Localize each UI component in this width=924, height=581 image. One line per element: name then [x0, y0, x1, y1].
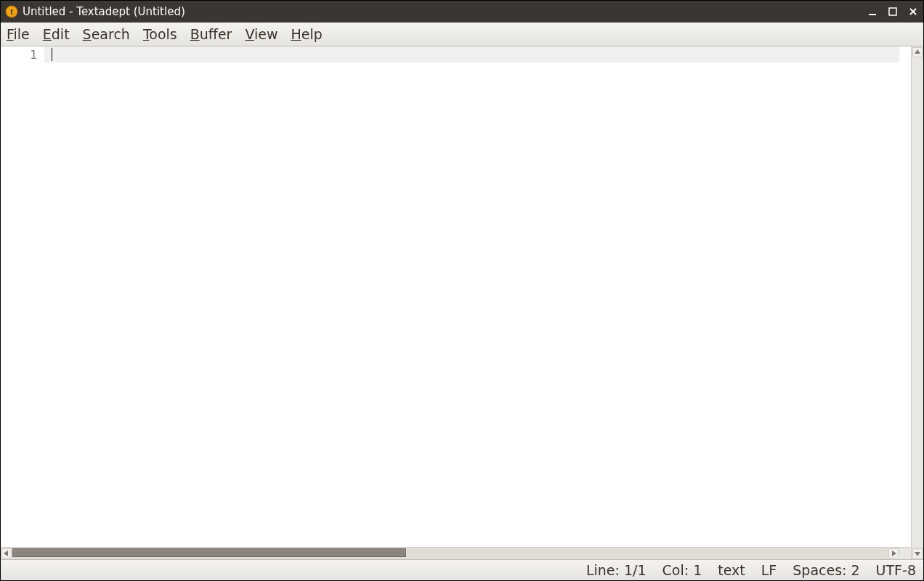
hscroll-thumb[interactable] — [12, 548, 406, 557]
window-title: Untitled - Textadept (Untitled) — [23, 5, 185, 18]
menu-tools[interactable]: Tools — [143, 26, 177, 42]
svg-text:t: t — [10, 7, 13, 16]
vscroll-track[interactable] — [912, 58, 923, 548]
menu-view[interactable]: View — [245, 26, 277, 42]
hscroll-left-arrow[interactable] — [1, 548, 12, 558]
scroll-corner — [899, 548, 911, 559]
menubar: File Edit Search Tools Buffer View Help — [1, 23, 923, 46]
status-encoding[interactable]: UTF-8 — [876, 562, 916, 578]
horizontal-scrollbar[interactable] — [1, 547, 911, 559]
close-button[interactable] — [907, 6, 919, 17]
hscroll-right-arrow[interactable] — [888, 548, 899, 558]
text-caret — [52, 48, 52, 61]
hscroll-track[interactable] — [12, 548, 888, 559]
code-text-area[interactable] — [44, 46, 911, 547]
vscroll-up-arrow[interactable] — [912, 47, 923, 57]
status-indent[interactable]: Spaces: 2 — [793, 562, 859, 578]
line-number-gutter: 1 — [1, 46, 44, 547]
svg-marker-9 — [915, 552, 920, 556]
svg-marker-7 — [892, 550, 896, 556]
statusbar: Line: 1/1 Col: 1 text LF Spaces: 2 UTF-8 — [1, 559, 923, 580]
status-line-col[interactable]: Line: 1/1 — [586, 562, 647, 578]
svg-rect-3 — [889, 8, 896, 15]
line-number: 1 — [1, 48, 37, 62]
menu-buffer[interactable]: Buffer — [190, 26, 232, 42]
editor-column: 1 — [1, 46, 911, 559]
menu-search[interactable]: Search — [83, 26, 130, 42]
menu-edit[interactable]: Edit — [43, 26, 70, 42]
vertical-scrollbar[interactable] — [911, 46, 923, 559]
svg-marker-8 — [915, 49, 920, 54]
maximize-button[interactable] — [887, 6, 899, 17]
menu-file[interactable]: File — [7, 26, 30, 42]
editor-viewport[interactable]: 1 — [1, 46, 911, 547]
app-icon: t — [5, 5, 18, 18]
titlebar[interactable]: t Untitled - Textadept (Untitled) — [1, 1, 923, 23]
vscroll-down-arrow[interactable] — [912, 548, 923, 558]
status-lexer[interactable]: text — [718, 562, 745, 578]
status-col[interactable]: Col: 1 — [662, 562, 702, 578]
window-controls — [867, 6, 919, 17]
svg-rect-2 — [869, 14, 876, 15]
editor-area: 1 — [1, 46, 923, 559]
app-window: t Untitled - Textadept (Untitled) File E… — [0, 0, 924, 581]
minimize-button[interactable] — [867, 6, 878, 17]
status-eol[interactable]: LF — [761, 562, 777, 578]
menu-help[interactable]: Help — [291, 26, 323, 42]
svg-marker-6 — [4, 550, 8, 556]
